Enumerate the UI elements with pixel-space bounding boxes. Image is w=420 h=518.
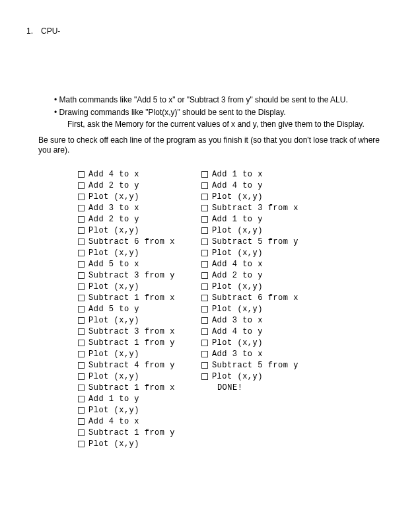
program-line: Plot (x,y): [78, 281, 175, 293]
program-command: Plot (x,y): [212, 372, 263, 381]
program-command: Subtract 5 from y: [212, 361, 298, 370]
checkbox-icon[interactable]: [78, 272, 85, 279]
program-command: Plot (x,y): [212, 226, 263, 235]
program-command: Add 5 to x: [88, 260, 139, 269]
program-command: Plot (x,y): [88, 248, 139, 258]
program-line: Add 4 to y: [201, 180, 298, 192]
program-line: Add 5 to y: [78, 304, 175, 315]
program-line: Plot (x,y): [78, 248, 175, 259]
program-line: Plot (x,y): [78, 192, 175, 203]
program-line: Add 2 to y: [78, 214, 175, 225]
program-line: Plot (x,y): [78, 349, 175, 360]
checkbox-icon[interactable]: [78, 261, 85, 268]
bullet-subtext: First, ask the Memory for the current va…: [53, 120, 394, 130]
checkbox-icon[interactable]: [201, 283, 208, 290]
checkbox-icon[interactable]: [201, 194, 208, 200]
program-line: Add 2 to y: [78, 180, 175, 192]
checkbox-icon[interactable]: [78, 441, 85, 447]
checkbox-icon[interactable]: [78, 407, 85, 414]
checkbox-icon[interactable]: [78, 385, 85, 391]
checkbox-icon[interactable]: [78, 171, 85, 178]
checkbox-icon[interactable]: [78, 306, 85, 313]
checkbox-icon[interactable]: [201, 317, 208, 324]
program-line: Subtract 1 from x: [78, 383, 175, 394]
checkbox-icon[interactable]: [201, 306, 208, 313]
program-line: Subtract 5 from y: [201, 237, 298, 248]
program-line: Plot (x,y): [201, 192, 298, 203]
program-line: Subtract 3 from x: [201, 203, 298, 214]
program-line: Add 4 to x: [78, 169, 175, 180]
checkbox-icon[interactable]: [78, 328, 85, 335]
program-line: Subtract 5 from y: [201, 360, 298, 371]
program-command: Add 3 to x: [88, 204, 139, 213]
checkbox-icon[interactable]: [201, 216, 208, 223]
heading-number: 1.: [26, 26, 41, 36]
program-command: Plot (x,y): [88, 192, 139, 202]
program-line: Subtract 1 from y: [78, 338, 175, 349]
checkbox-icon[interactable]: [201, 182, 208, 189]
checkbox-icon[interactable]: [201, 205, 208, 211]
program-command: Plot (x,y): [88, 226, 139, 235]
program-command: Plot (x,y): [212, 192, 263, 202]
program-line: Add 3 to x: [78, 203, 175, 214]
checkbox-icon[interactable]: [201, 295, 208, 301]
checkbox-icon[interactable]: [78, 373, 85, 380]
program-line: Subtract 4 from y: [78, 360, 175, 371]
program-line: Add 3 to x: [201, 349, 298, 360]
program-command: Subtract 5 from y: [212, 237, 298, 246]
program-line: Plot (x,y): [201, 281, 298, 293]
program-command: Plot (x,y): [88, 350, 139, 359]
program-line: Add 1 to y: [78, 394, 175, 405]
program-command: Plot (x,y): [212, 282, 263, 291]
program-line: Plot (x,y): [78, 225, 175, 237]
checkbox-icon[interactable]: [78, 340, 85, 346]
program-line: Subtract 3 from x: [78, 326, 175, 338]
checkbox-icon[interactable]: [78, 362, 85, 369]
checkbox-icon[interactable]: [78, 351, 85, 357]
program-command: Add 1 to y: [88, 394, 139, 404]
checkbox-icon[interactable]: [78, 239, 85, 245]
checkbox-icon[interactable]: [78, 429, 85, 436]
checkbox-icon[interactable]: [78, 216, 85, 223]
checkbox-icon[interactable]: [201, 171, 208, 178]
program-line: Add 4 to y: [201, 326, 298, 338]
checkbox-icon[interactable]: [201, 250, 208, 256]
checkbox-icon[interactable]: [201, 272, 208, 279]
checkbox-icon[interactable]: [201, 373, 208, 380]
checkbox-icon[interactable]: [201, 227, 208, 234]
checkbox-icon[interactable]: [201, 261, 208, 268]
program-command: Add 3 to x: [212, 350, 263, 359]
checkbox-icon[interactable]: [78, 295, 85, 301]
checkbox-icon[interactable]: [78, 182, 85, 189]
checkbox-icon[interactable]: [78, 396, 85, 402]
program-column-1: Add 4 to xAdd 2 to yPlot (x,y)Add 3 to x…: [78, 169, 175, 450]
checkbox-icon[interactable]: [78, 227, 85, 234]
program-command: Add 4 to y: [212, 181, 263, 190]
checkbox-icon[interactable]: [201, 351, 208, 357]
program-command: Add 2 to y: [212, 271, 263, 280]
program-command: Add 4 to y: [212, 327, 263, 336]
checkbox-icon[interactable]: [78, 283, 85, 290]
instruction-bullets: • Math commands like "Add 5 to x" or "Su…: [53, 95, 394, 130]
program-line: Plot (x,y): [201, 304, 298, 315]
checkbox-icon[interactable]: [78, 250, 85, 256]
program-line: Subtract 1 from x: [78, 293, 175, 304]
program-line: Plot (x,y): [201, 371, 298, 383]
checkbox-icon[interactable]: [78, 317, 85, 324]
checkbox-icon[interactable]: [201, 362, 208, 369]
checkbox-icon[interactable]: [201, 340, 208, 346]
program-line: Plot (x,y): [78, 439, 175, 450]
bullet-item: • Drawing commands like "Plot(x,y)" shou…: [53, 108, 394, 118]
checkbox-icon[interactable]: [201, 239, 208, 245]
program-command: Plot (x,y): [212, 305, 263, 314]
program-command: Subtract 3 from y: [88, 271, 175, 280]
program-command: Plot (x,y): [212, 248, 263, 258]
checkbox-icon[interactable]: [201, 328, 208, 335]
program-command: Subtract 3 from x: [88, 327, 175, 336]
checkbox-icon[interactable]: [78, 194, 85, 200]
checkbox-icon[interactable]: [78, 418, 85, 425]
program-command: Subtract 1 from y: [88, 338, 175, 348]
program-line: Plot (x,y): [78, 405, 175, 416]
checkbox-icon[interactable]: [78, 205, 85, 211]
program-command: Add 1 to x: [212, 170, 263, 179]
